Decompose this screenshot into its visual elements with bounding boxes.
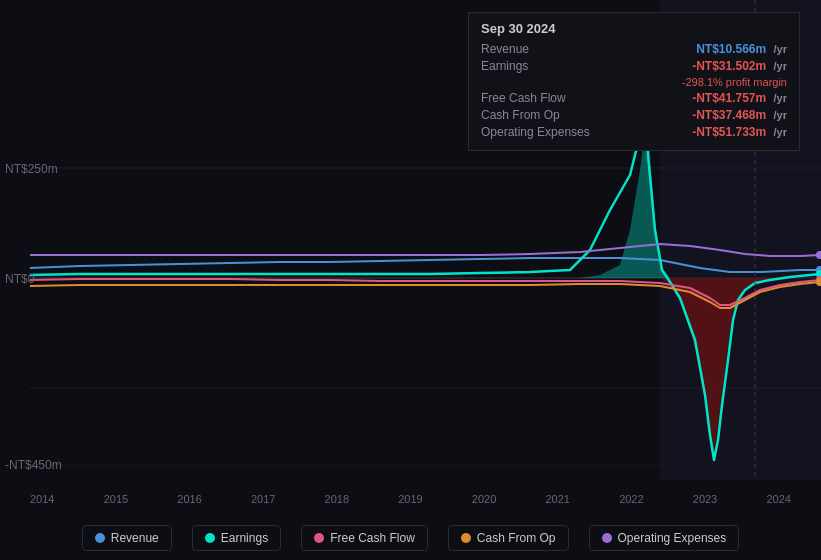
legend-item-opex[interactable]: Operating Expenses: [589, 525, 740, 551]
tooltip-row-revenue: Revenue NT$10.566m /yr: [481, 42, 787, 56]
tooltip-row-cashfromop: Cash From Op -NT$37.468m /yr: [481, 108, 787, 122]
legend-label-fcf: Free Cash Flow: [330, 531, 415, 545]
tooltip-label-opex: Operating Expenses: [481, 125, 590, 139]
chart-container: NT$250m NT$0 -NT$450m 2014 2015 2016 201…: [0, 0, 821, 560]
x-label-2021: 2021: [545, 493, 569, 505]
legend-item-cashfromop[interactable]: Cash From Op: [448, 525, 569, 551]
tooltip-value-opex: -NT$51.733m /yr: [692, 125, 787, 139]
x-label-2023: 2023: [693, 493, 717, 505]
x-label-2016: 2016: [177, 493, 201, 505]
legend-label-cashfromop: Cash From Op: [477, 531, 556, 545]
tooltip-row-opex: Operating Expenses -NT$51.733m /yr: [481, 125, 787, 139]
legend-dot-opex: [602, 533, 612, 543]
x-axis: 2014 2015 2016 2017 2018 2019 2020 2021 …: [0, 493, 821, 505]
legend-bar: Revenue Earnings Free Cash Flow Cash Fro…: [0, 515, 821, 560]
legend-label-opex: Operating Expenses: [618, 531, 727, 545]
tooltip-row-earnings: Earnings -NT$31.502m /yr: [481, 59, 787, 73]
legend-item-revenue[interactable]: Revenue: [82, 525, 172, 551]
x-label-2020: 2020: [472, 493, 496, 505]
x-label-2019: 2019: [398, 493, 422, 505]
tooltip-value-earnings: -NT$31.502m /yr: [692, 59, 787, 73]
legend-label-earnings: Earnings: [221, 531, 268, 545]
y-axis-top-label: NT$250m: [5, 162, 58, 176]
tooltip-label-revenue: Revenue: [481, 42, 529, 56]
legend-dot-earnings: [205, 533, 215, 543]
legend-dot-cashfromop: [461, 533, 471, 543]
tooltip-row-fcf: Free Cash Flow -NT$41.757m /yr: [481, 91, 787, 105]
tooltip-label-fcf: Free Cash Flow: [481, 91, 566, 105]
tooltip-label-cashfromop: Cash From Op: [481, 108, 560, 122]
legend-item-fcf[interactable]: Free Cash Flow: [301, 525, 428, 551]
tooltip-label-earnings: Earnings: [481, 59, 528, 73]
y-axis-mid-label: NT$0: [5, 272, 34, 286]
x-label-2022: 2022: [619, 493, 643, 505]
legend-item-earnings[interactable]: Earnings: [192, 525, 281, 551]
tooltip-value-fcf: -NT$41.757m /yr: [692, 91, 787, 105]
legend-label-revenue: Revenue: [111, 531, 159, 545]
tooltip-profit-margin: -298.1% profit margin: [481, 76, 787, 88]
x-label-2024: 2024: [766, 493, 790, 505]
x-label-2017: 2017: [251, 493, 275, 505]
x-label-2018: 2018: [325, 493, 349, 505]
tooltip-value-revenue: NT$10.566m /yr: [696, 42, 787, 56]
tooltip-date: Sep 30 2024: [481, 21, 787, 36]
tooltip: Sep 30 2024 Revenue NT$10.566m /yr Earni…: [468, 12, 800, 151]
tooltip-value-cashfromop: -NT$37.468m /yr: [692, 108, 787, 122]
x-label-2014: 2014: [30, 493, 54, 505]
y-axis-bot-label: -NT$450m: [5, 458, 62, 472]
x-label-2015: 2015: [104, 493, 128, 505]
legend-dot-fcf: [314, 533, 324, 543]
legend-dot-revenue: [95, 533, 105, 543]
